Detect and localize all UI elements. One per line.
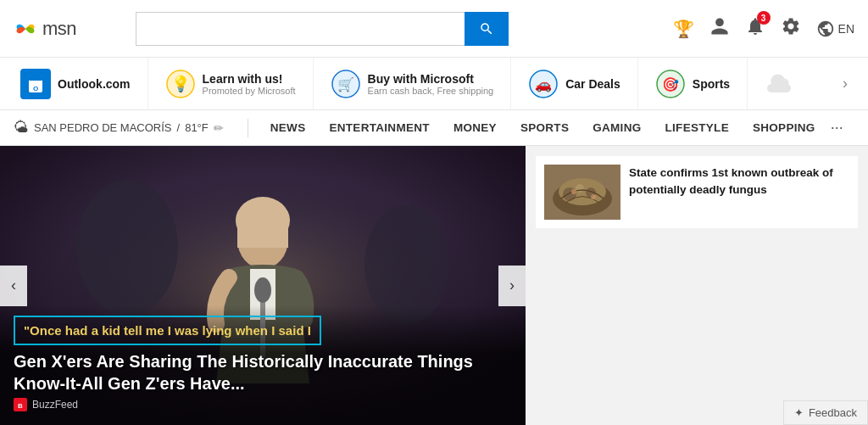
learn-sub: Promoted by Microsoft bbox=[203, 86, 296, 96]
outlook-text: Outlook.com bbox=[58, 77, 131, 91]
msn-logo-icon bbox=[14, 17, 37, 41]
svg-text:🎯: 🎯 bbox=[662, 76, 679, 92]
learn-icon: 💡 bbox=[165, 69, 196, 99]
cart-icon: 🛒 bbox=[331, 69, 361, 99]
quicklink-buy[interactable]: 🛒 Buy with Microsoft Earn cash back, Fre… bbox=[314, 58, 512, 110]
hero-quote-text: "Once had a kid tell me I was lying when… bbox=[24, 323, 311, 338]
learn-text: Learn with us! Promoted by Microsoft bbox=[203, 72, 296, 96]
right-sidebar: State confirms 1st known outbreak of pot… bbox=[526, 146, 868, 425]
outlook-svg: O bbox=[20, 69, 51, 99]
svg-text:🛒: 🛒 bbox=[337, 76, 354, 92]
buy-text: Buy with Microsoft Earn cash back, Free … bbox=[368, 72, 494, 96]
quicklink-learn[interactable]: 💡 Learn with us! Promoted by Microsoft bbox=[148, 58, 314, 110]
cart-svg: 🛒 bbox=[331, 70, 360, 98]
logo-text: msn bbox=[42, 18, 76, 40]
svg-text:B: B bbox=[18, 402, 23, 410]
nav-shopping[interactable]: SHOPPING bbox=[741, 110, 827, 146]
fungus-news-text: State confirms 1st known outbreak of pot… bbox=[629, 165, 849, 220]
cardeals-title: Car Deals bbox=[565, 77, 620, 91]
sports-icon: 🎯 bbox=[655, 69, 686, 99]
outlook-title: Outlook.com bbox=[58, 77, 131, 91]
feedback-button[interactable]: ✦ Feedback bbox=[783, 400, 868, 425]
hero-source-text: BuzzFeed bbox=[32, 399, 78, 411]
quicklink-cardeals[interactable]: 🚗 Car Deals bbox=[511, 58, 638, 110]
feedback-icon: ✦ bbox=[794, 406, 804, 419]
svg-text:💡: 💡 bbox=[171, 75, 191, 93]
svg-rect-18 bbox=[237, 222, 288, 248]
notifications-icon[interactable]: 3 bbox=[745, 16, 765, 41]
nav-news[interactable]: NEWS bbox=[259, 110, 318, 146]
search-bar bbox=[136, 12, 509, 46]
buy-sub: Earn cash back, Free shipping bbox=[368, 86, 494, 96]
svg-point-21 bbox=[254, 277, 271, 303]
weather-area: 🌤 SAN PEDRO DE MACORÍS / 81°F ✏ bbox=[14, 119, 224, 137]
buy-title: Buy with Microsoft bbox=[368, 72, 494, 86]
hero-quote-box: "Once had a kid tell me I was lying when… bbox=[14, 316, 321, 346]
quicklink-outlook[interactable]: O Outlook.com bbox=[14, 58, 148, 110]
search-icon bbox=[479, 21, 494, 36]
outlook-icon: O bbox=[20, 69, 51, 99]
nav-separator bbox=[248, 119, 248, 137]
svg-point-29 bbox=[576, 184, 584, 193]
feedback-label: Feedback bbox=[809, 406, 857, 419]
quicklink-sports[interactable]: 🎯 Sports bbox=[638, 58, 748, 110]
lang-label: EN bbox=[838, 22, 854, 36]
weather-sep: / bbox=[177, 121, 181, 134]
cloud-svg bbox=[767, 71, 793, 97]
header-icons: 🏆 3 EN bbox=[673, 16, 854, 41]
sports-title: Sports bbox=[693, 77, 730, 91]
news-thumb-fungus bbox=[544, 165, 620, 220]
svg-rect-2 bbox=[29, 75, 42, 81]
svg-text:🚗: 🚗 bbox=[535, 76, 552, 92]
news-card-fungus[interactable]: State confirms 1st known outbreak of pot… bbox=[536, 156, 858, 228]
person-svg bbox=[709, 16, 730, 36]
fungus-thumb-svg bbox=[544, 165, 620, 220]
search-input[interactable] bbox=[136, 12, 465, 46]
cloud-icon bbox=[765, 69, 795, 99]
nav-more-button[interactable]: ··· bbox=[831, 119, 843, 137]
learn-title: Learn with us! bbox=[203, 72, 296, 86]
globe-svg bbox=[816, 20, 835, 38]
settings-icon[interactable] bbox=[781, 16, 801, 41]
hero-caption: "Once had a kid tell me I was lying when… bbox=[0, 305, 526, 426]
nav-lifestyle[interactable]: LIFESTYLE bbox=[654, 110, 741, 146]
quicklink-more-apps[interactable] bbox=[748, 58, 812, 110]
learn-svg: 💡 bbox=[166, 70, 195, 98]
weather-location: SAN PEDRO DE MACORÍS bbox=[34, 121, 172, 134]
hero-next-button[interactable]: › bbox=[498, 266, 526, 306]
hero-source-icon: B bbox=[14, 398, 27, 411]
svg-point-14 bbox=[76, 180, 178, 316]
hero-source: B BuzzFeed bbox=[14, 398, 512, 411]
svg-point-30 bbox=[571, 189, 576, 194]
trophy-icon[interactable]: 🏆 bbox=[673, 19, 694, 39]
hero-prev-button[interactable]: ‹ bbox=[0, 266, 27, 306]
svg-text:O: O bbox=[33, 85, 38, 92]
cardeals-text: Car Deals bbox=[565, 77, 620, 91]
profile-icon[interactable] bbox=[709, 16, 730, 41]
hero-main-title[interactable]: Gen X'ers Are Sharing The Historically I… bbox=[14, 350, 512, 394]
nav-entertainment[interactable]: ENTERTAINMENT bbox=[317, 110, 441, 146]
quicklinks-bar: O Outlook.com 💡 Learn with us! Promoted … bbox=[0, 58, 868, 110]
nav-sports[interactable]: SPORTS bbox=[509, 110, 581, 146]
nav-gaming[interactable]: GAMING bbox=[581, 110, 653, 146]
weather-icon: 🌤 bbox=[14, 119, 29, 137]
car-svg: 🚗 bbox=[529, 70, 558, 98]
language-button[interactable]: EN bbox=[816, 20, 854, 38]
gear-svg bbox=[781, 16, 801, 36]
quicklinks-arrow[interactable]: › bbox=[836, 75, 854, 92]
weather-temp: 81°F bbox=[185, 121, 209, 134]
nav-money[interactable]: MONEY bbox=[442, 110, 509, 146]
car-icon: 🚗 bbox=[528, 69, 559, 99]
sports-svg: 🎯 bbox=[656, 70, 685, 98]
navbar: 🌤 SAN PEDRO DE MACORÍS / 81°F ✏ NEWS ENT… bbox=[0, 110, 868, 146]
nav-links: NEWS ENTERTAINMENT MONEY SPORTS GAMING L… bbox=[259, 110, 827, 146]
weather-edit-icon[interactable]: ✏ bbox=[214, 121, 224, 135]
fungus-news-title: State confirms 1st known outbreak of pot… bbox=[629, 166, 833, 196]
main-content: "Once had a kid tell me I was lying when… bbox=[0, 146, 868, 425]
hero-section: "Once had a kid tell me I was lying when… bbox=[0, 146, 526, 425]
source-logo-svg: B bbox=[15, 400, 25, 410]
svg-point-31 bbox=[591, 194, 596, 199]
search-button[interactable] bbox=[465, 12, 509, 46]
sports-text: Sports bbox=[693, 77, 730, 91]
notification-badge: 3 bbox=[757, 11, 771, 25]
